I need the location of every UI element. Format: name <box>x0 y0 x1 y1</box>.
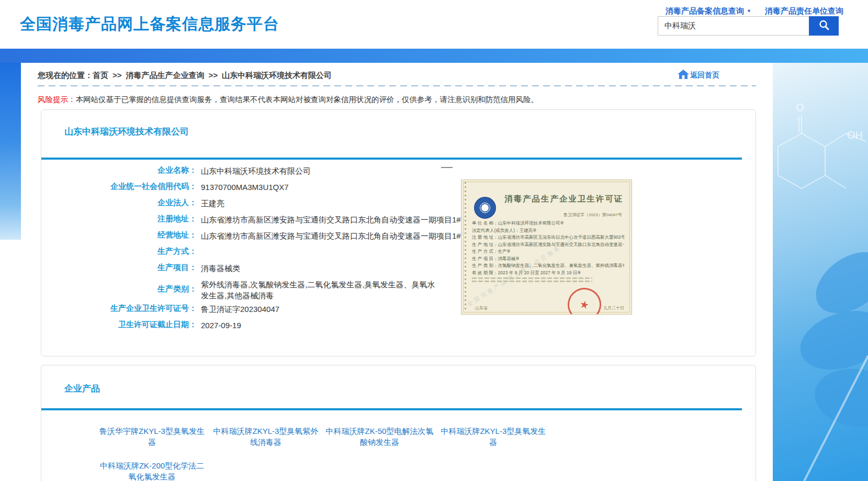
product-link[interactable]: 中科瑞沃牌ZKYL-3型臭氧发生器 <box>437 426 549 448</box>
hygiene-license-certificate-image: 全国消毒产品网上备案信息服务平台 消毒产品生产企业卫生许可证 鲁卫消证字（202… <box>461 180 632 315</box>
field-value: 山东省潍坊市高新区潍安路与宝通街交叉路口东北角自动变速器一期项目1#厂房 <box>201 214 494 225</box>
company-card: 山东中科瑞沃环境技术有限公司 企业名称： 山东中科瑞沃环境技术有限公司 企业统一… <box>41 109 756 356</box>
breadcrumb-current: 山东中科瑞沃环境技术有限公司 <box>222 71 332 80</box>
image-placeholder-dash <box>441 167 453 168</box>
banner-bar <box>0 49 868 63</box>
breadcrumb-enterprise-query[interactable]: 消毒产品生产企业查询 <box>126 71 205 80</box>
product-link[interactable]: 鲁沃华宇牌ZKYL-3型臭氧发生器 <box>96 426 208 448</box>
certificate-issuer: 山东省 <box>475 305 488 311</box>
section-divider <box>41 408 742 410</box>
product-link[interactable]: 中科瑞沃牌ZK-50型电解法次氯酸钠发生器 <box>324 426 435 448</box>
breadcrumb-home[interactable]: 首页 <box>93 71 108 80</box>
field-value: 王建亮 <box>201 198 447 209</box>
field-label: 企业法人： <box>41 198 197 208</box>
breadcrumb-prefix: 您现在的位置： <box>38 71 93 80</box>
field-value: 紫外线消毒器,次氯酸钠发生器,二氧化氯发生器,臭氧发生器、臭氧水发生器,其他器械… <box>201 279 441 301</box>
field-label: 生产项目： <box>41 263 197 273</box>
breadcrumb-separator: >> <box>112 71 122 80</box>
certificate-title: 消毒产品生产企业卫生许可证 <box>504 194 624 205</box>
chevron-down-icon: ▼ <box>747 8 751 14</box>
certificate-line: 生 产 地 址：山东省潍坊市高新区潍安路与宝通街交叉路口东北角自动变速器一期项目… <box>472 241 624 249</box>
field-label: 生产方式： <box>41 247 197 256</box>
search-icon <box>818 19 830 33</box>
home-icon <box>678 70 690 81</box>
certificate-bottom-row: 山东省 九月二十日 <box>475 305 624 311</box>
right-background-art: O OH <box>773 63 868 481</box>
company-card-title: 山东中科瑞沃环境技术有限公司 <box>64 126 189 138</box>
section-divider <box>41 158 742 160</box>
top-nav: 消毒产品备案信息查询▼ 消毒产品责任单位查询 <box>666 6 843 16</box>
product-link[interactable]: 中科瑞沃牌ZK-200型化学法二氧化氯发生器 <box>96 460 208 481</box>
field-label: 卫生许可证截止日期： <box>41 320 197 330</box>
certificate-line: 法定代表人(或负责人)：王建亮※ <box>472 227 624 234</box>
field-value: 2027-09-19 <box>201 320 447 331</box>
breadcrumb: 您现在的位置：首页>>消毒产品生产企业查询>>山东中科瑞沃环境技术有限公司 <box>38 71 332 81</box>
product-grid: 鲁沃华宇牌ZKYL-3型臭氧发生器 中科瑞沃牌ZKYL-3型臭氧紫外线消毒器 中… <box>96 426 567 481</box>
field-value: 鲁卫消证字202304047 <box>201 304 447 315</box>
risk-notice: 风险提示：本网站仅基于已掌握的信息提供查询服务，查询结果不代表本网站对被查询对象… <box>38 95 538 105</box>
main-content: 您现在的位置：首页>>消毒产品生产企业查询>>山东中科瑞沃环境技术有限公司 返回… <box>21 63 773 481</box>
health-authority-emblem-icon <box>474 197 496 219</box>
left-background-art <box>0 63 21 240</box>
nav-responsible-unit-query[interactable]: 消毒产品责任单位查询 <box>765 6 843 16</box>
certificate-line: 注 册 地 址：山东省潍坊市高新区玉清东街以北中心次干道以西高新大厦902号科研… <box>472 234 624 241</box>
field-label: 企业名称： <box>41 165 197 175</box>
field-label: 生产类别： <box>41 284 197 294</box>
field-label: 企业统一社会信用代码： <box>41 182 197 192</box>
risk-label: 风险提示： <box>38 95 76 104</box>
certificate-issue-date: 九月二十日 <box>603 305 624 311</box>
field-label: 注册地址： <box>41 214 197 224</box>
site-title: 全国消毒产品网上备案信息服务平台 <box>20 14 279 35</box>
certificate-line: 生 产 类 别：次氯酸钠发生器、二氧化氯发生器、臭氧发生器、紫外线消毒器※ <box>472 262 624 270</box>
search-button[interactable] <box>809 16 839 36</box>
field-value: 消毒器械类 <box>201 263 447 274</box>
field-label: 生产企业卫生许可证号： <box>41 304 197 314</box>
site-header: 全国消毒产品网上备案信息服务平台 消毒产品备案信息查询▼ 消毒产品责任单位查询 <box>0 0 868 49</box>
dashed-divider <box>38 85 756 86</box>
field-value: 山东中科瑞沃环境技术有限公司 <box>201 165 447 176</box>
field-value: 91370700MA3M3U1QX7 <box>201 182 447 193</box>
search-input[interactable] <box>658 16 809 36</box>
back-home[interactable]: 返回首页 <box>678 70 719 81</box>
nav-record-info-query[interactable]: 消毒产品备案信息查询▼ <box>666 6 751 16</box>
field-label: 经营地址： <box>41 230 197 240</box>
products-card-title: 企业产品 <box>64 383 100 395</box>
field-value: 山东省潍坊市高新区潍安路与宝通街交叉路口东北角自动变速器一期项目1#厂房 <box>201 230 494 241</box>
search-bar <box>658 16 839 36</box>
certificate-footnote <box>472 277 592 282</box>
svg-text:OH: OH <box>847 129 863 141</box>
svg-text:O: O <box>796 102 804 113</box>
back-home-link[interactable]: 返回首页 <box>690 71 719 80</box>
breadcrumb-separator: >> <box>209 71 218 80</box>
products-card: 企业产品 鲁沃华宇牌ZKYL-3型臭氧发生器 中科瑞沃牌ZKYL-3型臭氧紫外线… <box>41 365 756 481</box>
certificate-line: 有 效 期 限：2023 年 9 月 20 日至 2027 年 9 月 19 日… <box>472 270 624 277</box>
risk-text: 本网站仅基于已掌握的信息提供查询服务，查询结果不代表本网站对被查询对象信用状况的… <box>76 95 539 104</box>
product-link[interactable]: 中科瑞沃牌ZKYL-3型臭氧紫外线消毒器 <box>210 426 321 448</box>
certificate-body: 单 位 名 称：山东中科瑞沃环境技术有限公司※ 法定代表人(或负责人)：王建亮※… <box>472 220 624 276</box>
